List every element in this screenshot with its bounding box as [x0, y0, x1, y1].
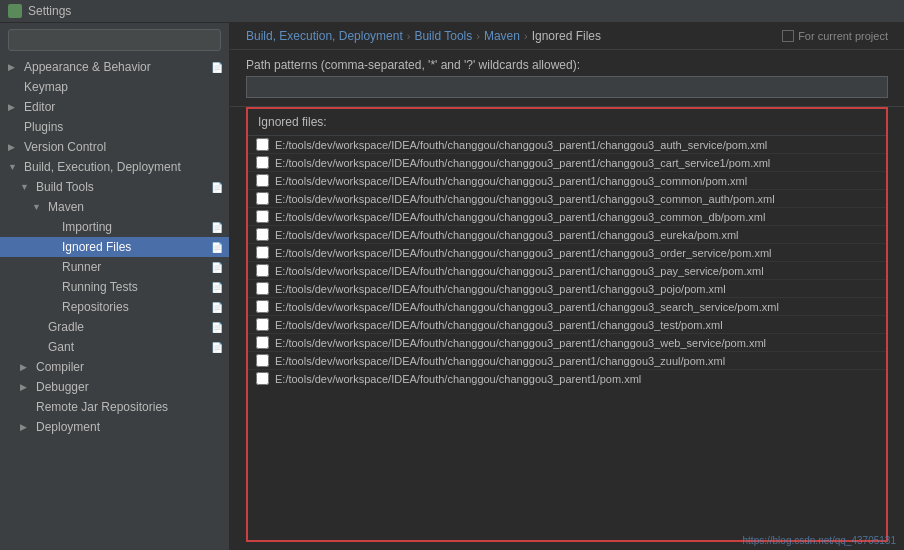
sidebar-item-label: Version Control	[24, 140, 223, 154]
title-bar-label: Settings	[28, 4, 71, 18]
ignored-file-checkbox[interactable]	[256, 318, 269, 331]
ignored-file-path: E:/tools/dev/workspace/IDEA/fouth/changg…	[275, 157, 770, 169]
ignored-file-checkbox[interactable]	[256, 246, 269, 259]
sidebar-item-build-exec-deploy[interactable]: ▼Build, Execution, Deployment	[0, 157, 229, 177]
sidebar-right-icon: 📄	[211, 342, 223, 353]
for-current-project-checkbox[interactable]	[782, 30, 794, 42]
breadcrumb-build-exec[interactable]: Build, Execution, Deployment	[246, 29, 403, 43]
ignored-file-row: E:/tools/dev/workspace/IDEA/fouth/changg…	[248, 280, 886, 298]
ignored-file-path: E:/tools/dev/workspace/IDEA/fouth/changg…	[275, 355, 725, 367]
content-area: Build, Execution, Deployment › Build Too…	[230, 23, 904, 550]
sidebar-item-label: Running Tests	[62, 280, 208, 294]
breadcrumb-path: Build, Execution, Deployment › Build Too…	[246, 29, 601, 43]
arrow-icon: ▼	[20, 182, 30, 192]
sidebar-item-debugger[interactable]: ▶Debugger	[0, 377, 229, 397]
ignored-file-row: E:/tools/dev/workspace/IDEA/fouth/changg…	[248, 262, 886, 280]
sidebar-item-label: Importing	[62, 220, 208, 234]
ignored-file-row: E:/tools/dev/workspace/IDEA/fouth/changg…	[248, 298, 886, 316]
ignored-file-path: E:/tools/dev/workspace/IDEA/fouth/changg…	[275, 283, 726, 295]
ignored-file-checkbox[interactable]	[256, 264, 269, 277]
ignored-files-section: Ignored files: E:/tools/dev/workspace/ID…	[246, 107, 888, 542]
sidebar: ▶Appearance & Behavior📄Keymap▶EditorPlug…	[0, 23, 230, 550]
ignored-file-checkbox[interactable]	[256, 354, 269, 367]
ignored-file-checkbox[interactable]	[256, 282, 269, 295]
ignored-file-row: E:/tools/dev/workspace/IDEA/fouth/changg…	[248, 316, 886, 334]
arrow-icon: ▶	[20, 382, 30, 392]
sidebar-item-runner[interactable]: Runner📄	[0, 257, 229, 277]
sidebar-item-gant[interactable]: Gant📄	[0, 337, 229, 357]
breadcrumb-sep-2: ›	[476, 30, 480, 42]
sidebar-right-icon: 📄	[211, 322, 223, 333]
sidebar-item-repositories[interactable]: Repositories📄	[0, 297, 229, 317]
sidebar-item-deployment[interactable]: ▶Deployment	[0, 417, 229, 437]
sidebar-item-label: Build, Execution, Deployment	[24, 160, 223, 174]
ignored-file-checkbox[interactable]	[256, 138, 269, 151]
ignored-file-row: E:/tools/dev/workspace/IDEA/fouth/changg…	[248, 370, 886, 387]
ignored-file-row: E:/tools/dev/workspace/IDEA/fouth/changg…	[248, 334, 886, 352]
ignored-file-checkbox[interactable]	[256, 156, 269, 169]
search-input[interactable]	[8, 29, 221, 51]
sidebar-item-appearance[interactable]: ▶Appearance & Behavior📄	[0, 57, 229, 77]
sidebar-item-label: Ignored Files	[62, 240, 208, 254]
sidebar-item-plugins[interactable]: Plugins	[0, 117, 229, 137]
ignored-file-row: E:/tools/dev/workspace/IDEA/fouth/changg…	[248, 190, 886, 208]
sidebar-item-label: Gradle	[48, 320, 208, 334]
ignored-file-checkbox[interactable]	[256, 192, 269, 205]
sidebar-right-icon: 📄	[211, 62, 223, 73]
ignored-file-path: E:/tools/dev/workspace/IDEA/fouth/changg…	[275, 175, 747, 187]
ignored-file-checkbox[interactable]	[256, 210, 269, 223]
sidebar-item-version-control[interactable]: ▶Version Control	[0, 137, 229, 157]
ignored-file-row: E:/tools/dev/workspace/IDEA/fouth/changg…	[248, 244, 886, 262]
breadcrumb: Build, Execution, Deployment › Build Too…	[230, 23, 904, 50]
ignored-file-path: E:/tools/dev/workspace/IDEA/fouth/changg…	[275, 301, 779, 313]
breadcrumb-sep-3: ›	[524, 30, 528, 42]
for-current-project-label: For current project	[798, 30, 888, 42]
sidebar-item-maven[interactable]: ▼Maven	[0, 197, 229, 217]
ignored-file-row: E:/tools/dev/workspace/IDEA/fouth/changg…	[248, 172, 886, 190]
ignored-file-checkbox[interactable]	[256, 372, 269, 385]
ignored-file-path: E:/tools/dev/workspace/IDEA/fouth/changg…	[275, 373, 641, 385]
ignored-files-list: E:/tools/dev/workspace/IDEA/fouth/changg…	[248, 136, 886, 387]
ignored-file-row: E:/tools/dev/workspace/IDEA/fouth/changg…	[248, 352, 886, 370]
arrow-icon: ▶	[20, 422, 30, 432]
sidebar-item-label: Plugins	[24, 120, 223, 134]
sidebar-item-editor[interactable]: ▶Editor	[0, 97, 229, 117]
sidebar-item-keymap[interactable]: Keymap	[0, 77, 229, 97]
ignored-file-row: E:/tools/dev/workspace/IDEA/fouth/changg…	[248, 136, 886, 154]
sidebar-item-ignored-files[interactable]: Ignored Files📄	[0, 237, 229, 257]
breadcrumb-current: Ignored Files	[532, 29, 601, 43]
arrow-icon: ▶	[8, 142, 18, 152]
ignored-file-path: E:/tools/dev/workspace/IDEA/fouth/changg…	[275, 247, 772, 259]
arrow-icon: ▶	[20, 362, 30, 372]
ignored-file-path: E:/tools/dev/workspace/IDEA/fouth/changg…	[275, 193, 775, 205]
breadcrumb-maven[interactable]: Maven	[484, 29, 520, 43]
path-patterns-section: Path patterns (comma-separated, '*' and …	[230, 50, 904, 107]
sidebar-item-compiler[interactable]: ▶Compiler	[0, 357, 229, 377]
ignored-files-header: Ignored files:	[248, 109, 886, 136]
sidebar-item-remote-jar-repos[interactable]: Remote Jar Repositories	[0, 397, 229, 417]
for-current-project: For current project	[782, 30, 888, 42]
ignored-file-path: E:/tools/dev/workspace/IDEA/fouth/changg…	[275, 211, 765, 223]
sidebar-item-label: Remote Jar Repositories	[36, 400, 223, 414]
sidebar-right-icon: 📄	[211, 242, 223, 253]
sidebar-item-label: Compiler	[36, 360, 223, 374]
breadcrumb-build-tools[interactable]: Build Tools	[414, 29, 472, 43]
sidebar-item-label: Deployment	[36, 420, 223, 434]
sidebar-item-label: Repositories	[62, 300, 208, 314]
ignored-file-checkbox[interactable]	[256, 300, 269, 313]
sidebar-item-build-tools[interactable]: ▼Build Tools📄	[0, 177, 229, 197]
sidebar-right-icon: 📄	[211, 282, 223, 293]
ignored-file-checkbox[interactable]	[256, 336, 269, 349]
ignored-file-row: E:/tools/dev/workspace/IDEA/fouth/changg…	[248, 226, 886, 244]
ignored-file-checkbox[interactable]	[256, 174, 269, 187]
sidebar-right-icon: 📄	[211, 262, 223, 273]
ignored-file-path: E:/tools/dev/workspace/IDEA/fouth/changg…	[275, 139, 767, 151]
sidebar-item-running-tests[interactable]: Running Tests📄	[0, 277, 229, 297]
ignored-file-checkbox[interactable]	[256, 228, 269, 241]
sidebar-item-label: Keymap	[24, 80, 223, 94]
path-patterns-input[interactable]	[246, 76, 888, 98]
sidebar-item-gradle[interactable]: Gradle📄	[0, 317, 229, 337]
sidebar-right-icon: 📄	[211, 182, 223, 193]
sidebar-item-importing[interactable]: Importing📄	[0, 217, 229, 237]
sidebar-item-label: Appearance & Behavior	[24, 60, 208, 74]
